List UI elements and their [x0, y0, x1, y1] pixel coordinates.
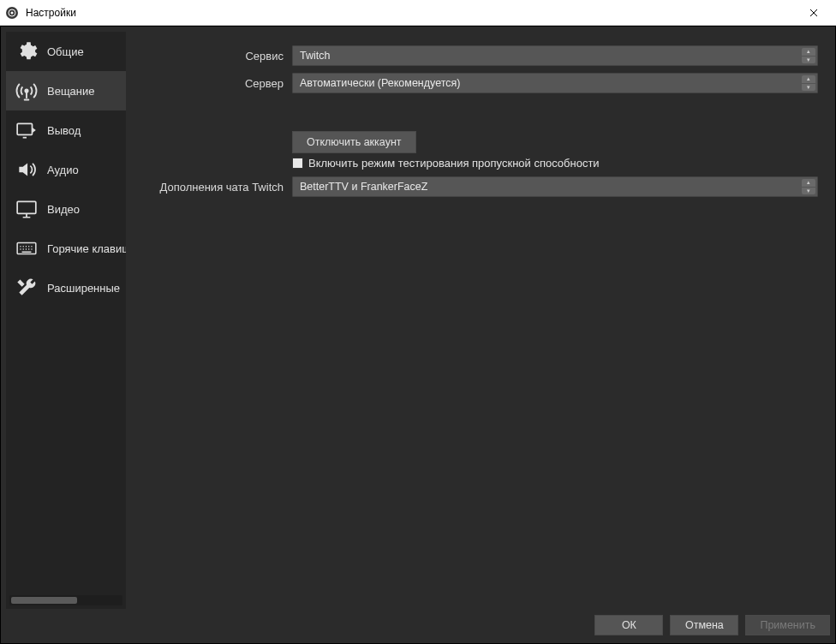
chat-addons-label: Дополнения чата Twitch — [138, 181, 292, 194]
sidebar-item-video[interactable]: Видео — [6, 189, 126, 229]
sidebar-item-output[interactable]: Вывод — [6, 110, 126, 150]
chat-addons-select-value: BetterTTV и FrankerFaceZ — [300, 181, 427, 193]
spinner-icon: ▴▾ — [802, 48, 815, 63]
tools-icon — [15, 276, 39, 300]
sidebar-item-label: Расширенные — [47, 282, 120, 295]
sidebar-item-label: Горячие клавиши — [47, 242, 126, 255]
service-select-value: Twitch — [300, 50, 330, 62]
sidebar-item-label: Вывод — [47, 124, 81, 137]
close-button[interactable] — [797, 0, 831, 26]
cancel-button[interactable]: Отмена — [670, 615, 738, 635]
disconnect-account-button[interactable]: Отключить аккаунт — [292, 131, 416, 153]
titlebar: Настройки — [0, 0, 836, 26]
sidebar-horizontal-scrollbar[interactable] — [9, 595, 122, 605]
sidebar-item-hotkeys[interactable]: Горячие клавиши — [6, 229, 126, 268]
monitor-icon — [15, 197, 39, 221]
server-select[interactable]: Автоматически (Рекомендуется) ▴▾ — [292, 73, 818, 93]
sidebar-item-audio[interactable]: Аудио — [6, 150, 126, 189]
bandwidth-test-label: Включить режим тестирования пропускной с… — [308, 157, 600, 170]
broadcast-icon — [15, 79, 39, 103]
settings-content: Сервис Twitch ▴▾ Сервер Автоматически (Р… — [126, 32, 830, 609]
sidebar-item-advanced[interactable]: Расширенные — [6, 268, 126, 307]
service-label: Сервис — [138, 50, 292, 63]
sidebar: Общие Вещание Вывод — [6, 32, 126, 609]
dialog-footer: ОК Отмена Применить — [6, 612, 830, 638]
server-select-value: Автоматически (Рекомендуется) — [300, 77, 460, 89]
app-icon — [5, 6, 19, 20]
sidebar-item-label: Общие — [47, 45, 84, 58]
ok-button[interactable]: ОК — [594, 615, 663, 635]
svg-rect-5 — [17, 201, 36, 213]
apply-button[interactable]: Применить — [745, 615, 830, 635]
spinner-icon: ▴▾ — [802, 179, 815, 194]
chat-addons-select[interactable]: BetterTTV и FrankerFaceZ ▴▾ — [292, 176, 818, 197]
scrollbar-thumb[interactable] — [11, 597, 77, 604]
service-select[interactable]: Twitch ▴▾ — [292, 45, 818, 66]
output-icon — [15, 118, 39, 142]
bandwidth-test-checkbox[interactable] — [292, 158, 303, 169]
sidebar-item-label: Аудио — [47, 164, 79, 176]
keyboard-icon — [15, 236, 39, 260]
spinner-icon: ▴▾ — [802, 75, 815, 91]
gear-icon — [15, 39, 39, 63]
server-label: Сервер — [138, 77, 292, 90]
svg-point-2 — [11, 11, 14, 14]
speaker-icon — [15, 158, 39, 182]
window-title: Настройки — [26, 7, 797, 19]
settings-dialog: Общие Вещание Вывод — [0, 26, 836, 644]
sidebar-item-label: Вещание — [47, 85, 95, 98]
svg-rect-4 — [17, 123, 32, 134]
sidebar-item-label: Видео — [47, 203, 80, 216]
sidebar-item-stream[interactable]: Вещание — [6, 71, 126, 110]
sidebar-item-general[interactable]: Общие — [6, 32, 126, 71]
